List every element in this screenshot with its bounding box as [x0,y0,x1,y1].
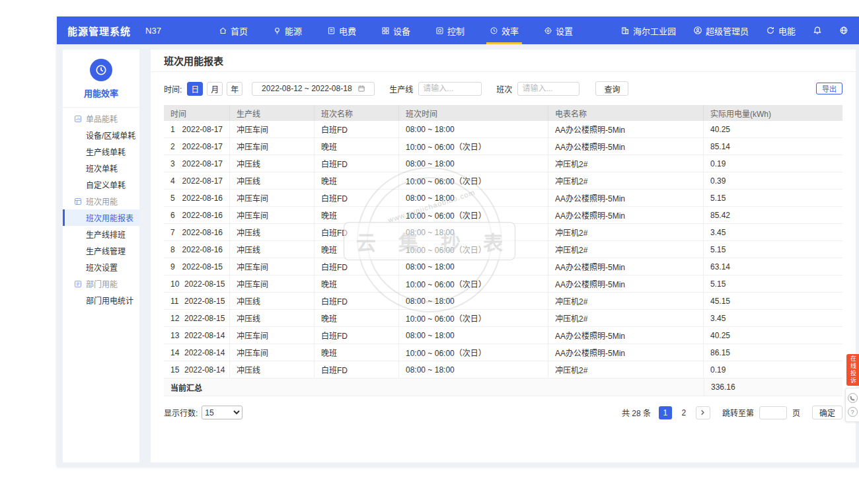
cell-date: 2022-08-14 [184,365,225,375]
table-row[interactable]: 32022-08-17 冲压线 白班FD 08:00 ~ 18:00 冲压机2#… [164,155,842,172]
sidebar-item-line-unit[interactable]: 生产线单耗 [63,143,139,160]
table-row[interactable]: 62022-08-16 冲压车间 晚班 10:00 ~ 06:00（次日） AA… [164,207,842,224]
time-mode-year-button[interactable]: 年 [227,82,243,96]
table-row[interactable]: 102022-08-15 冲压车间 晚班 10:00 ~ 06:00（次日） A… [164,275,842,293]
jump-prefix-label: 跳转至第 [722,407,754,418]
table-row[interactable]: 122022-08-15 冲压线 晚班 10:00 ~ 06:00（次日） 冲压… [164,310,842,327]
clock-icon [95,64,107,76]
table-row[interactable]: 82022-08-16 冲压线 晚班 10:00 ~ 06:00（次日） 冲压机… [164,241,842,258]
rows-per-page-select[interactable]: 15 [202,406,243,419]
sidebar-item-shift-unit[interactable]: 班次单耗 [63,160,139,176]
export-button[interactable]: 导出 [816,83,842,94]
cell-production-line: 冲压线 [230,310,315,326]
table-row[interactable]: 152022-08-14 冲压线 白班FD 08:00 ~ 18:00 冲压机2… [164,361,842,378]
table-row[interactable]: 142022-08-14 冲压车间 晚班 10:00 ~ 06:00（次日） A… [164,344,842,361]
page-button-2[interactable]: 2 [677,406,691,419]
cell-meter-name: 冲压机2# [548,224,704,240]
nav-item-energy[interactable]: 能源 [260,17,315,44]
sidebar-item-label: 部门用能 [86,278,118,289]
table-row[interactable]: 22022-08-17 冲压车间 晚班 10:00 ~ 06:00（次日） AA… [164,138,842,155]
sidebar-item-line-scheduling[interactable]: 生产线排班 [63,226,139,242]
cell-shift-name: 晚班 [315,172,399,189]
table-body: 12022-08-17 冲压车间 白班FD 08:00 ~ 18:00 AA办公… [164,121,842,378]
table-row[interactable]: 92022-08-15 冲压车间 白班FD 08:00 ~ 18:00 AA办公… [164,258,842,275]
sidebar-item-device-area[interactable]: 设备/区域单耗 [63,127,139,143]
nav-label: 设备 [393,24,410,37]
search-button[interactable]: 查询 [595,81,628,96]
cell-production-line: 冲压车间 [230,327,315,343]
nav-item-electricity-fee[interactable]: 电费 [315,17,369,44]
sidebar-item-line-management[interactable]: 生产线管理 [63,242,139,259]
energy-type: 电能 [778,24,796,37]
cell-meter-name: AA办公楼照明-5Min [548,121,704,137]
sidebar-item-shift-energy-report[interactable]: 班次用能报表 [63,209,139,226]
cell-meter-name: 冲压机2# [548,172,704,189]
cell-date: 2022-08-17 [182,125,223,134]
park-selector[interactable]: 海尔工业园 [620,24,676,37]
jump-page-input[interactable] [759,406,787,419]
table-row[interactable]: 112022-08-15 冲压线 白班FD 08:00 ~ 18:00 冲压机2… [164,293,842,310]
sidebar: 用能效率 单品能耗 设备/区域单耗 生产线单耗 班次单耗 自定义单耗 班次用能 [63,50,139,462]
cell-date: 2022-08-16 [182,228,223,237]
notification-button[interactable] [813,26,822,35]
cell-shift-name: 白班FD [315,361,399,378]
energy-type-switch[interactable]: 电能 [766,24,796,37]
sidebar-item-shift-settings[interactable]: 班次设置 [63,259,139,275]
shift-filter-input[interactable] [517,82,579,96]
gear-icon [544,26,552,35]
cell-production-line: 冲压车间 [230,138,315,155]
cell-production-line: 冲压车间 [230,258,315,275]
panel-icon [74,198,82,205]
time-mode-day-button[interactable]: 日 [187,82,203,96]
nav-label: 控制 [447,24,465,37]
sidebar-group-department-energy[interactable]: 部门用能 [63,275,139,292]
sidebar-item-custom-unit[interactable]: 自定义单耗 [63,176,139,193]
nav-item-devices[interactable]: 设备 [369,17,423,44]
language-button[interactable] [839,26,848,35]
date-range-picker[interactable]: 2022-08-12 ~ 2022-08-18 [252,82,375,96]
cell-shift-time: 10:00 ~ 06:00（次日） [399,138,548,155]
sidebar-item-department-statistics[interactable]: 部门用电统计 [63,292,139,308]
nav-label: 首页 [231,24,248,37]
top-navbar: 能源管理系统 N37 首页 能源 电费 设备 [57,17,859,44]
cell-kwh: 40.25 [704,121,842,137]
sidebar-group-shift-energy[interactable]: 班次用能 [63,193,139,209]
table-row[interactable]: 132022-08-14 冲压车间 白班FD 08:00 ~ 18:00 AA办… [164,327,842,344]
cell-shift-name: 晚班 [315,138,399,155]
next-page-button[interactable] [696,406,710,419]
cell-kwh: 5.15 [704,190,842,206]
page-button-1[interactable]: 1 [659,406,672,419]
sidebar-item-label: 生产线单耗 [86,146,126,157]
row-index: 5 [170,194,176,203]
cell-shift-time: 08:00 ~ 18:00 [399,258,548,275]
nav-item-settings[interactable]: 设置 [531,17,585,44]
date-range-value: 2022-08-12 ~ 2022-08-18 [262,84,352,93]
user-menu[interactable]: 超级管理员 [693,24,749,37]
table-row[interactable]: 72022-08-16 冲压线 白班FD 08:00 ~ 18:00 冲压机2#… [164,224,842,241]
cell-date: 2022-08-15 [184,297,225,306]
cell-kwh: 63.14 [704,258,842,275]
table-row[interactable]: 52022-08-16 冲压车间 白班FD 08:00 ~ 18:00 AA办公… [164,190,842,207]
time-mode-month-button[interactable]: 月 [207,82,223,96]
cell-production-line: 冲压线 [230,361,315,378]
line-filter-input[interactable] [418,82,482,96]
nav-item-control[interactable]: 控制 [423,17,477,44]
table-row[interactable]: 42022-08-17 冲压线 晚班 10:00 ~ 06:00（次日） 冲压机… [164,172,842,190]
cell-shift-time: 08:00 ~ 18:00 [399,293,548,309]
nav-item-home[interactable]: 首页 [206,17,260,44]
table-row[interactable]: 12022-08-17 冲压车间 白班FD 08:00 ~ 18:00 AA办公… [164,121,842,138]
row-index: 10 [170,279,178,289]
help-button[interactable]: ? [848,407,858,417]
confirm-button[interactable]: 确定 [812,406,842,419]
nav-label: 设置 [556,24,573,37]
cell-meter-name: AA办公楼照明-5Min [548,190,704,206]
sidebar-group-unit-consumption[interactable]: 单品能耗 [63,110,139,127]
nav-item-efficiency[interactable]: 效率 [477,17,531,44]
online-complaint-button[interactable]: 在线投诉 [846,354,859,386]
cell-kwh: 45.15 [704,293,842,309]
sidebar-item-label: 生产线管理 [86,245,126,256]
row-index: 12 [170,314,178,323]
user-icon [693,26,702,35]
contact-button[interactable] [848,393,858,403]
cell-meter-name: AA办公楼照明-5Min [548,344,704,361]
